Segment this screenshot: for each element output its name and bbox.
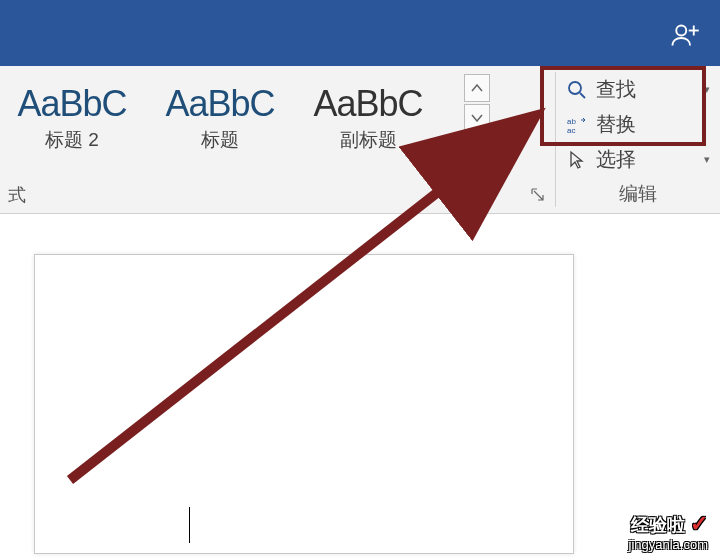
share-icon[interactable] xyxy=(670,18,700,52)
text-cursor xyxy=(189,507,190,543)
svg-point-0 xyxy=(676,26,686,36)
replace-icon: abac xyxy=(566,114,588,136)
svg-point-4 xyxy=(569,82,581,94)
style-label: 标题 xyxy=(201,127,239,153)
styles-group: AaBbC 标题 2 AaBbC 标题 AaBbC 副标题 xyxy=(0,66,555,213)
chevron-down-icon: ▾ xyxy=(704,83,710,96)
style-label: 副标题 xyxy=(340,127,397,153)
style-label: 标题 2 xyxy=(45,127,99,153)
styles-gallery[interactable]: AaBbC 标题 2 AaBbC 标题 AaBbC 副标题 xyxy=(12,66,555,162)
style-preview-text: AaBbC xyxy=(313,83,422,125)
styles-spinner xyxy=(464,74,490,162)
ribbon: AaBbC 标题 2 AaBbC 标题 AaBbC 副标题 xyxy=(0,66,720,214)
styles-scroll-down[interactable] xyxy=(464,104,490,132)
styles-group-label: 式 xyxy=(8,183,26,207)
select-label: 选择 xyxy=(596,146,636,173)
style-preview-text: AaBbC xyxy=(165,83,274,125)
svg-line-5 xyxy=(580,93,585,98)
cursor-icon xyxy=(566,149,588,171)
style-subtitle[interactable]: AaBbC 副标题 xyxy=(308,83,428,153)
svg-text:ab: ab xyxy=(567,117,576,126)
title-bar xyxy=(0,0,720,66)
watermark-url: jingyanla.com xyxy=(629,537,709,552)
chevron-down-icon: ▾ xyxy=(704,153,710,166)
edit-group-label: 编辑 xyxy=(556,181,720,207)
styles-scroll-up[interactable] xyxy=(464,74,490,102)
search-icon xyxy=(566,79,588,101)
replace-label: 替换 xyxy=(596,111,636,138)
edit-group: 查找 ▾ abac 替换 选择 ▾ 编辑 xyxy=(556,66,720,213)
find-label: 查找 xyxy=(596,76,636,103)
svg-text:ac: ac xyxy=(567,126,575,134)
select-button[interactable]: 选择 ▾ xyxy=(564,142,712,177)
style-heading2[interactable]: AaBbC 标题 2 xyxy=(12,83,132,153)
replace-button[interactable]: abac 替换 xyxy=(564,107,712,142)
watermark-brand: 经验啦 xyxy=(631,515,685,535)
style-preview-text: AaBbC xyxy=(17,83,126,125)
find-button[interactable]: 查找 ▾ xyxy=(564,72,712,107)
check-icon: ✓ xyxy=(690,511,708,536)
document-page[interactable] xyxy=(34,254,574,554)
watermark: 经验啦 ✓ jingyanla.com xyxy=(629,511,709,552)
styles-more[interactable] xyxy=(464,134,490,162)
style-title[interactable]: AaBbC 标题 xyxy=(160,83,280,153)
styles-dialog-launcher[interactable] xyxy=(531,188,545,205)
